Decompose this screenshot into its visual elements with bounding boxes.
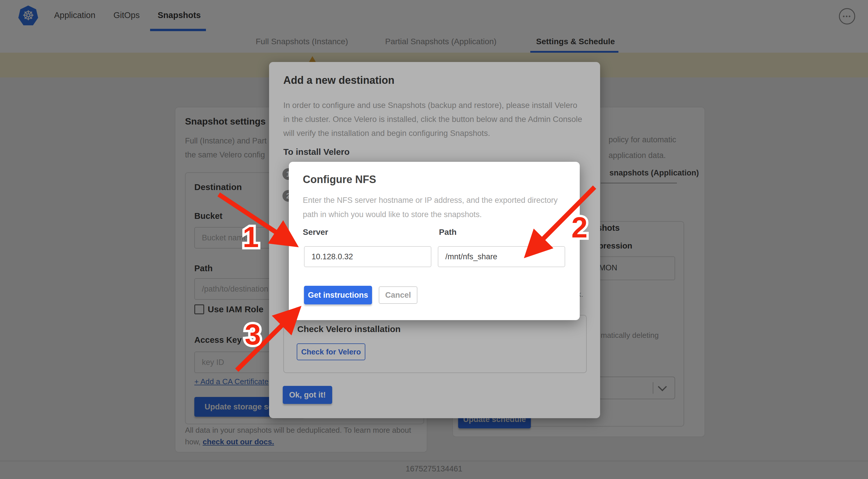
configure-nfs-description: Enter the NFS server hostname or IP addr… bbox=[303, 193, 570, 222]
configure-nfs-title: Configure NFS bbox=[303, 174, 376, 186]
nfs-path-label: Path bbox=[439, 228, 457, 237]
nfs-path-input[interactable] bbox=[438, 246, 565, 267]
configure-nfs-modal: Configure NFS Enter the NFS server hostn… bbox=[289, 162, 580, 320]
cancel-button[interactable]: Cancel bbox=[379, 286, 417, 304]
server-input[interactable] bbox=[304, 246, 431, 267]
get-instructions-button[interactable]: Get instructions bbox=[304, 286, 372, 304]
admin-console-screen: ☸ Application GitOps Snapshots ••• Full … bbox=[0, 0, 868, 479]
server-label: Server bbox=[303, 228, 328, 237]
